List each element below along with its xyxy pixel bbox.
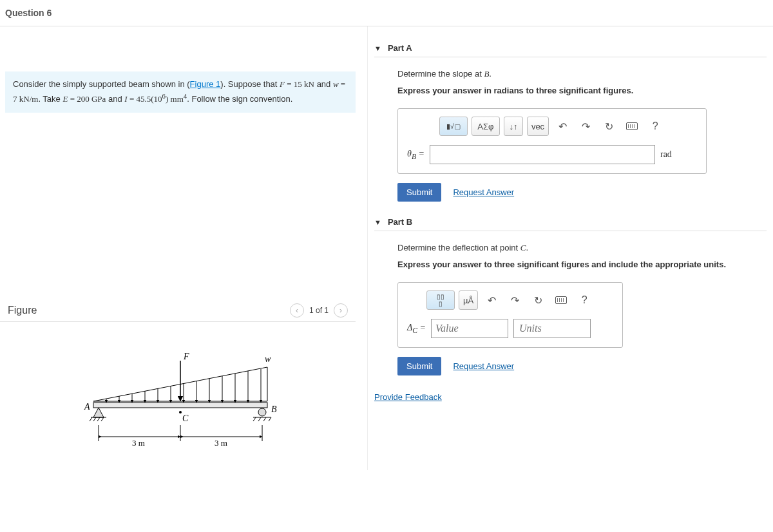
unit-I: ) mm: [166, 94, 184, 104]
reset-button[interactable]: ↻: [599, 117, 618, 136]
units-menu-button[interactable]: µÅ: [459, 290, 478, 310]
part-a-answer-row: θB = rad: [407, 145, 697, 164]
part-b: ▼ Part B Determine the deflection at poi…: [374, 213, 767, 375]
var-F: F: [280, 79, 285, 89]
templates-button[interactable]: ▮√▢: [439, 117, 468, 136]
svg-point-7: [258, 408, 266, 416]
vec-button[interactable]: vec: [527, 117, 549, 136]
prompt-text: . Follow the sign convention.: [187, 94, 292, 104]
part-a-submit-button[interactable]: Submit: [397, 183, 441, 202]
part-b-actions: Submit Request Answer: [397, 357, 767, 375]
part-a-value-input[interactable]: [430, 145, 655, 164]
svg-line-6: [101, 417, 104, 421]
figure-next-button[interactable]: ›: [334, 303, 348, 318]
redo-button[interactable]: ↷: [576, 117, 595, 136]
figure-header: Figure ‹ 1 of 1 ›: [0, 299, 356, 322]
dim-2: 3 m: [215, 438, 227, 448]
templates-button[interactable]: ▯▯▯: [426, 290, 455, 310]
figure-body: F w A B C 3 m 3 m: [0, 322, 361, 470]
dim-1: 3 m: [132, 438, 145, 448]
part-b-answer-row: ΔC =: [407, 319, 613, 338]
svg-line-10: [258, 417, 261, 421]
figure-heading: Figure: [8, 305, 37, 316]
help-button[interactable]: ?: [575, 290, 594, 310]
greek-button[interactable]: ΑΣφ: [472, 117, 500, 136]
reset-button[interactable]: ↻: [528, 290, 548, 310]
figure-nav: ‹ 1 of 1 ›: [290, 303, 348, 318]
part-a-lhs: θB =: [407, 149, 425, 161]
part-a-actions: Submit Request Answer: [397, 183, 767, 202]
part-a-header[interactable]: ▼ Part A: [374, 39, 767, 57]
question-header: Question 6: [0, 0, 773, 26]
svg-line-3: [90, 417, 92, 421]
svg-line-4: [93, 417, 96, 421]
part-b-instruction-1: Determine the deflection at point C.: [397, 243, 767, 253]
svg-line-12: [269, 417, 271, 421]
val-E: = 200 GPa: [68, 94, 106, 104]
undo-button[interactable]: ↶: [482, 290, 501, 310]
prompt-text: ). Suppose that: [220, 79, 280, 89]
left-column: Consider the simply supported beam shown…: [0, 26, 361, 470]
keyboard-icon: [626, 122, 638, 130]
label-C: C: [182, 413, 189, 423]
help-button[interactable]: ?: [645, 117, 665, 136]
beam-diagram: F w A B C 3 m 3 m: [74, 348, 287, 457]
part-b-value-input[interactable]: [431, 319, 508, 338]
provide-feedback-link[interactable]: Provide Feedback: [374, 392, 442, 402]
label-F: F: [183, 352, 189, 361]
prompt-text: and: [106, 94, 124, 104]
part-a-title: Part A: [388, 43, 412, 53]
part-a-unit: rad: [660, 149, 672, 160]
svg-line-9: [253, 417, 256, 421]
svg-point-13: [179, 411, 182, 413]
part-b-lhs: ΔC =: [407, 323, 426, 335]
val-I: = 45.5(10: [128, 94, 162, 104]
part-a-instruction-1: Determine the slope at B.: [397, 69, 767, 79]
keyboard-button[interactable]: [622, 117, 642, 136]
svg-line-11: [263, 417, 266, 421]
label-A: A: [84, 402, 90, 412]
figure-prev-button[interactable]: ‹: [290, 303, 304, 318]
svg-rect-0: [93, 403, 267, 408]
prompt-text: Consider the simply supported beam shown…: [13, 79, 190, 89]
question-label: Question 6: [5, 8, 52, 18]
redo-button[interactable]: ↷: [505, 290, 524, 310]
svg-line-5: [97, 417, 100, 421]
figure-counter: 1 of 1: [309, 306, 329, 315]
keyboard-button[interactable]: [551, 290, 571, 310]
label-B: B: [271, 404, 277, 414]
problem-statement: Consider the simply supported beam shown…: [5, 71, 356, 113]
keyboard-icon: [555, 296, 567, 304]
part-a-request-answer-link[interactable]: Request Answer: [453, 187, 514, 197]
svg-marker-1: [93, 408, 104, 417]
right-column: ▼ Part A Determine the slope at B. Expre…: [367, 26, 773, 470]
undo-button[interactable]: ↶: [553, 117, 572, 136]
var-w: w: [333, 79, 339, 89]
figure-link[interactable]: Figure 1: [190, 79, 221, 89]
part-b-submit-button[interactable]: Submit: [397, 357, 441, 375]
prompt-text: . Take: [38, 94, 62, 104]
prompt-text: and: [314, 79, 333, 89]
part-b-toolbar: ▯▯▯ µÅ ↶ ↷ ↻ ?: [407, 290, 613, 310]
val-F: = 15 kN: [285, 79, 314, 89]
label-w: w: [265, 354, 271, 364]
part-b-title: Part B: [388, 217, 412, 227]
collapse-icon: ▼: [374, 218, 381, 226]
collapse-icon: ▼: [374, 44, 381, 52]
part-b-header[interactable]: ▼ Part B: [374, 213, 767, 231]
part-b-request-answer-link[interactable]: Request Answer: [453, 361, 514, 371]
subscript-button[interactable]: ↓↑: [504, 117, 523, 136]
part-b-instruction-2: Express your answer to three significant…: [397, 260, 767, 269]
part-b-units-input[interactable]: [513, 319, 591, 338]
part-a-toolbar: ▮√▢ ΑΣφ ↓↑ vec ↶ ↷ ↻ ?: [407, 117, 697, 136]
part-a-answer-box: ▮√▢ ΑΣφ ↓↑ vec ↶ ↷ ↻ ? θB = rad: [397, 108, 707, 174]
part-b-answer-box: ▯▯▯ µÅ ↶ ↷ ↻ ? ΔC =: [397, 282, 623, 348]
part-a: ▼ Part A Determine the slope at B. Expre…: [374, 39, 767, 202]
part-a-instruction-2: Express your answer in radians to three …: [397, 86, 767, 95]
